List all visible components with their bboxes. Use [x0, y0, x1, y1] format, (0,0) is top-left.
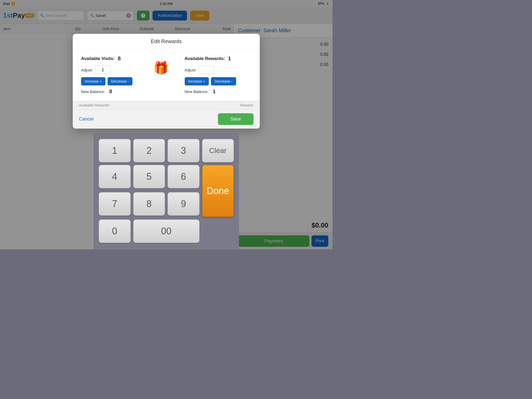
visits-new-balance-label: New Balance:: [81, 89, 105, 94]
numpad-5[interactable]: 5: [133, 165, 165, 188]
rewards-title: Available Rewards: 1: [185, 56, 252, 62]
gift-icon: 🎁: [153, 61, 169, 75]
numpad-0[interactable]: 0: [99, 220, 131, 243]
visits-new-balance: New Balance: 8: [81, 89, 148, 95]
rewards-increase-button[interactable]: Increase +: [185, 77, 209, 85]
rewards-adjust-row: Adjust:: [185, 66, 252, 74]
numpad-grid: 1 2 3 Clear 4 5 6 Done 7 8 9 0 00: [99, 139, 234, 243]
clear-button[interactable]: Clear: [202, 139, 234, 162]
bottom-right: Reward:: [240, 103, 254, 107]
adjust-label-left: Adjust:: [81, 68, 93, 72]
visits-label: Available Visits:: [81, 56, 115, 61]
numpad-8[interactable]: 8: [133, 192, 165, 216]
modal-title: Edit Rewards: [73, 34, 260, 49]
numpad-area: 1 2 3 Clear 4 5 6 Done 7 8 9 0 00: [94, 133, 239, 249]
numpad-00[interactable]: 00: [133, 220, 200, 243]
save-button[interactable]: Save: [218, 113, 254, 125]
rewards-new-balance-label: New Balance:: [185, 89, 209, 94]
modal-overlay: Edit Rewards Available Visits: 8 Adjust:…: [0, 0, 332, 249]
visits-decrease-button[interactable]: Decrease -: [108, 77, 132, 85]
rewards-label: Available Rewards:: [185, 56, 225, 61]
numpad-3[interactable]: 3: [168, 139, 200, 162]
bottom-strip: Available Rewards: Reward:: [73, 101, 260, 109]
visits-section: Available Visits: 8 Adjust: Increase + D…: [81, 56, 148, 95]
modal-footer: Cancel Save: [73, 109, 260, 129]
visits-new-balance-val: 8: [109, 89, 112, 95]
visits-increase-button[interactable]: Increase +: [81, 77, 105, 85]
numpad-2[interactable]: 2: [133, 139, 165, 162]
rewards-decrease-button[interactable]: Decrease -: [211, 77, 236, 85]
rewards-count: 1: [228, 56, 231, 62]
done-button[interactable]: Done: [202, 165, 234, 217]
rewards-new-balance-val: 1: [213, 89, 216, 95]
rewards-new-balance: New Balance: 1: [185, 89, 252, 95]
edit-rewards-modal: Edit Rewards Available Visits: 8 Adjust:…: [73, 34, 260, 129]
rewards-section: Available Rewards: 1 Adjust: Increase + …: [185, 56, 252, 95]
numpad-6[interactable]: 6: [168, 165, 200, 188]
visits-adjust-row: Adjust:: [81, 66, 148, 74]
visits-count: 8: [118, 56, 121, 62]
adjust-input-left[interactable]: [95, 66, 111, 74]
numpad-1[interactable]: 1: [99, 139, 131, 162]
numpad-9[interactable]: 9: [168, 192, 200, 216]
numpad-4[interactable]: 4: [99, 165, 131, 188]
cancel-button[interactable]: Cancel: [79, 116, 94, 122]
gift-icon-area: 🎁: [148, 56, 174, 75]
adjust-label-right: Adjust:: [185, 68, 197, 72]
bottom-left: Available Rewards:: [79, 103, 110, 107]
numpad-7[interactable]: 7: [99, 192, 131, 216]
visits-button-row: Increase + Decrease -: [81, 77, 148, 85]
modal-divider: [179, 56, 179, 95]
modal-body: Available Visits: 8 Adjust: Increase + D…: [73, 49, 260, 101]
visits-title: Available Visits: 8: [81, 56, 148, 62]
rewards-button-row: Increase + Decrease -: [185, 77, 252, 85]
adjust-input-right[interactable]: [198, 66, 214, 74]
